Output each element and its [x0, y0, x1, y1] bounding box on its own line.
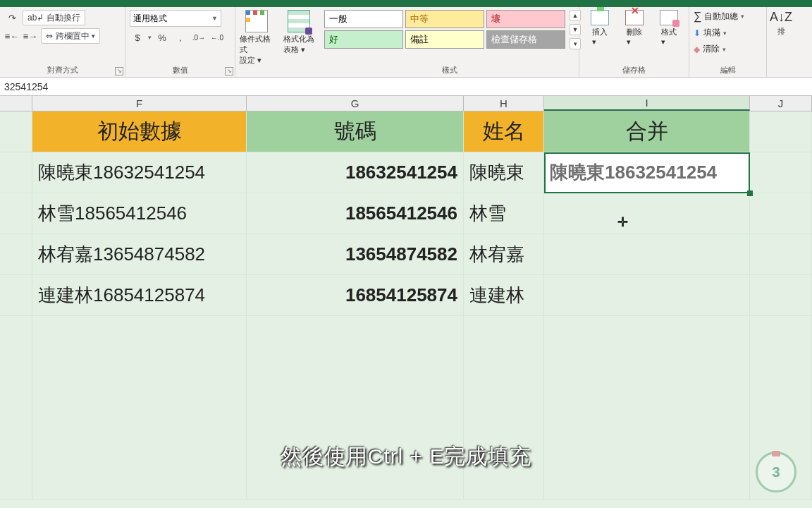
conditional-formatting-button[interactable]: 條件式格式設定 ▾ — [240, 10, 273, 66]
delete-cells-button[interactable]: 刪除▾ — [618, 10, 650, 47]
sort-filter-button[interactable]: A↓Z 排 — [771, 10, 791, 37]
header-number[interactable]: 號碼 — [247, 111, 464, 152]
cell-number[interactable]: 18565412546 — [247, 193, 464, 234]
colhead-J[interactable]: J — [750, 96, 812, 111]
insert-cells-icon — [591, 10, 609, 25]
empty-rows[interactable] — [0, 316, 812, 500]
ribbon-group-cells: 插入▾ 刪除▾ 格式▾ 儲存格 — [579, 7, 689, 77]
format-cells-button[interactable]: 格式▾ — [653, 10, 684, 47]
select-all-corner[interactable] — [0, 96, 32, 111]
style-good[interactable]: 好 — [324, 30, 403, 49]
alignment-dialog-launcher[interactable]: ↘ — [115, 67, 123, 75]
ribbon: ↷ ab↲自動換行 ≡← ≡→ ⇔跨欄置中▾ 對齊方式 ↘ 通用格式▼ $▾ — [0, 7, 812, 78]
increase-decimal-button[interactable]: .0→ — [191, 30, 207, 45]
fill-handle[interactable] — [747, 190, 753, 196]
clear-button[interactable]: ◆ 清除 ▾ — [694, 43, 726, 55]
autosum-button[interactable]: ∑ 自動加總 ▾ — [694, 10, 744, 23]
ribbon-label-number: 數值 — [130, 63, 230, 75]
ribbon-group-styles: 一般 中等 壞 好 備註 檢查儲存格 ▲ ▼ ▾ 樣式 — [320, 7, 579, 77]
number-format-select[interactable]: 通用格式▼ — [130, 10, 221, 27]
style-bad[interactable]: 壞 — [486, 10, 565, 28]
colhead-G[interactable]: G — [247, 96, 464, 111]
colhead-I[interactable]: I — [544, 96, 750, 111]
cell-merge[interactable] — [544, 234, 750, 275]
sort-icon: A↓Z — [770, 10, 792, 25]
cell[interactable] — [750, 152, 812, 193]
ribbon-group-fmtastable: 格式化為表格 ▾ — [278, 7, 320, 77]
ribbon-group-number: 通用格式▼ $▾ % , .0→ ←.0 數值 ↘ — [125, 7, 235, 77]
ribbon-group-condfmt: 條件式格式設定 ▾ — [235, 7, 278, 77]
insert-cells-button[interactable]: 插入▾ — [584, 10, 615, 47]
style-neutral[interactable]: 中等 — [405, 10, 484, 28]
fill-button[interactable]: ⬇ 填滿 ▾ — [694, 27, 727, 39]
format-cells-icon — [660, 10, 678, 25]
number-dialog-launcher[interactable]: ↘ — [225, 67, 233, 75]
watermark-badge: 3 — [756, 452, 796, 492]
ribbon-label-editing: 編輯 — [694, 63, 762, 75]
row-gutter[interactable] — [0, 152, 32, 193]
wrap-text-button[interactable]: ab↲自動換行 — [23, 10, 85, 25]
worksheet[interactable]: F G H I J 初始數據 號碼 姓名 合并 陳曉東18632541254 1… — [0, 96, 812, 508]
header-initial[interactable]: 初始數據 — [32, 111, 247, 152]
style-normal[interactable]: 一般 — [324, 10, 403, 28]
cell-number[interactable]: 13654874582 — [247, 234, 464, 275]
conditional-formatting-icon — [245, 10, 268, 32]
comma-button[interactable]: , — [173, 30, 188, 45]
cell-name[interactable]: 林雪 — [464, 193, 544, 234]
table-header-row: 初始數據 號碼 姓名 合并 — [0, 111, 812, 152]
grid-rows: 初始數據 號碼 姓名 合并 陳曉東18632541254 18632541254… — [0, 111, 812, 500]
table-row: 林雪18565412546 18565412546 林雪 — [0, 193, 812, 234]
table-row: 連建林16854125874 16854125874 連建林 — [0, 275, 812, 316]
cell-initial[interactable]: 林雪18565412546 — [32, 193, 247, 234]
cell[interactable] — [750, 275, 812, 316]
table-row: 林宥嘉13654874582 13654874582 林宥嘉 — [0, 234, 812, 275]
row-gutter[interactable] — [0, 193, 32, 234]
cell-styles-gallery[interactable]: 一般 中等 壞 好 備註 檢查儲存格 — [324, 10, 565, 49]
decrease-indent-icon[interactable]: ≡← — [4, 28, 20, 44]
ribbon-label-alignment: 對齊方式 — [4, 63, 121, 75]
cell-name[interactable]: 林宥嘉 — [464, 234, 544, 275]
cell-number[interactable]: 16854125874 — [247, 275, 464, 316]
row-gutter[interactable] — [0, 275, 32, 316]
cell-initial[interactable]: 連建林16854125874 — [32, 275, 247, 316]
ribbon-label-cells: 儲存格 — [584, 63, 684, 75]
app-menubar — [0, 0, 812, 7]
row-gutter[interactable] — [0, 234, 32, 275]
orientation-icon[interactable]: ↷ — [4, 10, 20, 25]
row-gutter[interactable] — [0, 111, 32, 152]
merge-center-button[interactable]: ⇔跨欄置中▾ — [41, 28, 100, 44]
column-headers: F G H I J — [0, 96, 812, 111]
chevron-down-icon: ▼ — [211, 15, 218, 22]
header-name[interactable]: 姓名 — [464, 111, 544, 152]
cell-number[interactable]: 18632541254 — [247, 152, 464, 193]
increase-indent-icon[interactable]: ≡→ — [23, 28, 38, 44]
ribbon-group-editing: ∑ 自動加總 ▾ ⬇ 填滿 ▾ ◆ 清除 ▾ 編輯 — [689, 7, 767, 77]
format-as-table-button[interactable]: 格式化為表格 ▾ — [282, 10, 316, 55]
table-row: 陳曉東18632541254 18632541254 陳曉東 陳曉東186325… — [0, 152, 812, 193]
format-as-table-icon — [288, 10, 310, 32]
cell-merge[interactable] — [544, 193, 750, 234]
ribbon-label-styles: 樣式 — [324, 63, 574, 75]
cell-name[interactable]: 連建林 — [464, 275, 544, 316]
ribbon-group-sort: A↓Z 排 — [767, 7, 788, 77]
colhead-F[interactable]: F — [32, 96, 247, 111]
cell[interactable] — [750, 111, 812, 152]
decrease-decimal-button[interactable]: ←.0 — [209, 30, 225, 45]
cell-name[interactable]: 陳曉東 — [464, 152, 544, 193]
currency-button[interactable]: $ — [130, 30, 145, 45]
style-check[interactable]: 檢查儲存格 — [486, 30, 565, 49]
cell[interactable] — [750, 234, 812, 275]
formula-bar-value: 32541254 — [4, 81, 48, 92]
video-caption: 然後使用Ctrl + E完成填充 — [281, 442, 532, 471]
cell-merge[interactable]: 陳曉東18632541254 — [544, 152, 750, 193]
percent-button[interactable]: % — [154, 30, 170, 45]
style-note[interactable]: 備註 — [405, 30, 484, 49]
cell-initial[interactable]: 陳曉東18632541254 — [32, 152, 247, 193]
formula-bar[interactable]: 32541254 — [0, 78, 812, 96]
header-merge[interactable]: 合并 — [544, 111, 750, 152]
cell-merge[interactable] — [544, 275, 750, 316]
ribbon-group-alignment: ↷ ab↲自動換行 ≡← ≡→ ⇔跨欄置中▾ 對齊方式 ↘ — [0, 7, 125, 77]
colhead-H[interactable]: H — [464, 96, 544, 111]
cell-initial[interactable]: 林宥嘉13654874582 — [32, 234, 247, 275]
cell[interactable] — [750, 193, 812, 234]
